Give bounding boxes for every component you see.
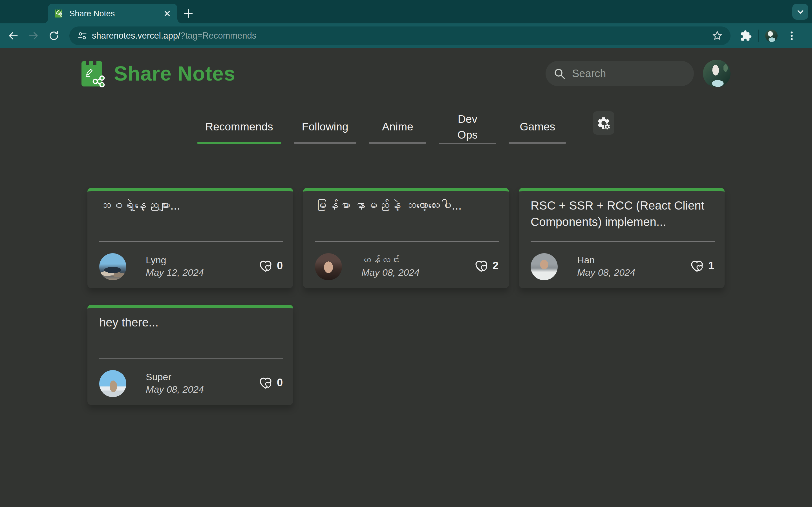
forward-button[interactable] bbox=[27, 30, 40, 42]
author-name: ဟန်လင်း bbox=[361, 254, 419, 266]
note-title: hey there... bbox=[99, 314, 282, 331]
like-count: 0 bbox=[273, 377, 286, 389]
user-avatar[interactable] bbox=[703, 60, 730, 87]
note-date: May 08, 2024 bbox=[577, 266, 635, 279]
author-name: Han bbox=[577, 254, 635, 266]
extensions-icon[interactable] bbox=[740, 30, 752, 42]
site-info-icon[interactable] bbox=[77, 30, 88, 41]
tab-following[interactable]: Following bbox=[294, 111, 357, 144]
note-card[interactable]: ဘဝရဲ့နေ့ညများ... Lyng May 12, 2024 0 bbox=[87, 188, 293, 288]
author-avatar bbox=[99, 253, 126, 280]
like-count: 1 bbox=[705, 260, 718, 272]
back-button[interactable] bbox=[7, 30, 20, 42]
note-title: RSC + SSR + RCC (React Client Components… bbox=[530, 198, 713, 230]
note-date: May 12, 2024 bbox=[146, 266, 204, 279]
url-text: sharenotes.vercel.app/?tag=Recommends bbox=[92, 31, 711, 41]
bookmark-star-icon[interactable] bbox=[711, 30, 723, 42]
like-heart-icon[interactable] bbox=[689, 258, 705, 274]
note-title: ဘဝရဲ့နေ့ညများ... bbox=[99, 198, 282, 214]
browser-tab[interactable]: Share Notes bbox=[48, 4, 177, 23]
author-avatar bbox=[530, 253, 558, 280]
profile-avatar[interactable] bbox=[765, 30, 777, 42]
note-date: May 08, 2024 bbox=[146, 383, 204, 395]
notes-grid: ဘဝရဲ့နေ့ညများ... Lyng May 12, 2024 0 မြန… bbox=[87, 188, 725, 405]
browser-tab-strip: Share Notes bbox=[0, 0, 812, 23]
author-name: Lyng bbox=[146, 254, 204, 266]
note-card[interactable]: hey there... Super May 08, 2024 0 bbox=[87, 305, 293, 405]
like-count: 2 bbox=[489, 260, 502, 272]
search-icon bbox=[553, 67, 566, 80]
sharenotes-logo-icon[interactable] bbox=[82, 61, 102, 87]
new-tab-button[interactable] bbox=[182, 7, 195, 20]
address-bar[interactable]: sharenotes.vercel.app/?tag=Recommends bbox=[69, 26, 730, 45]
note-date: May 08, 2024 bbox=[361, 266, 419, 279]
like-heart-icon[interactable] bbox=[258, 258, 273, 274]
settings-button[interactable] bbox=[593, 111, 614, 135]
note-title: မြန်မာ နာမည်နဲ့ ဘလော့လေးပါ... bbox=[315, 198, 498, 214]
search-bar[interactable]: Search bbox=[546, 61, 694, 86]
page-content: Share Notes Search Recommends Following … bbox=[0, 48, 812, 507]
browser-toolbar: sharenotes.vercel.app/?tag=Recommends bbox=[0, 23, 812, 48]
toolbar-separator bbox=[758, 30, 759, 42]
tab-games[interactable]: Games bbox=[509, 111, 566, 144]
author-name: Super bbox=[146, 371, 204, 383]
note-card[interactable]: RSC + SSR + RCC (React Client Components… bbox=[519, 188, 725, 288]
like-count: 0 bbox=[273, 260, 286, 272]
tab-title: Share Notes bbox=[69, 9, 162, 18]
like-heart-icon[interactable] bbox=[258, 375, 273, 390]
author-avatar bbox=[315, 253, 342, 280]
tab-search-button[interactable] bbox=[792, 4, 808, 20]
tab-dev-ops[interactable]: Dev Ops bbox=[439, 111, 496, 144]
site-favicon bbox=[54, 9, 63, 18]
search-placeholder: Search bbox=[572, 68, 606, 80]
category-tabs: Recommends Following Anime Dev Ops Games bbox=[197, 111, 566, 144]
author-avatar bbox=[99, 370, 126, 397]
reload-button[interactable] bbox=[47, 30, 60, 41]
brand-title: Share Notes bbox=[114, 59, 236, 88]
tab-recommends[interactable]: Recommends bbox=[197, 111, 282, 144]
menu-dots-icon[interactable] bbox=[786, 30, 797, 41]
note-card[interactable]: မြန်မာ နာမည်နဲ့ ဘလော့လေးပါ... ဟန်လင်း Ma… bbox=[303, 188, 509, 288]
tab-close-button[interactable] bbox=[162, 8, 172, 18]
like-heart-icon[interactable] bbox=[473, 258, 489, 274]
tab-anime[interactable]: Anime bbox=[369, 111, 426, 144]
